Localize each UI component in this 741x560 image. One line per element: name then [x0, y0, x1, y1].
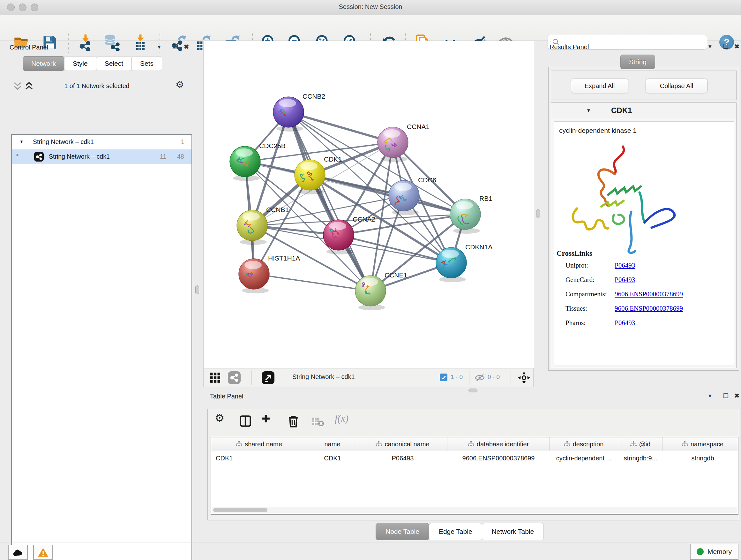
- node-HIST1H1A[interactable]: HIST1H1A: [239, 254, 300, 294]
- memory-button[interactable]: Memory: [690, 544, 738, 560]
- left-splitter-handle[interactable]: [195, 286, 199, 294]
- edge-CCNB2-CCNA1[interactable]: [288, 112, 393, 142]
- show-columns-icon[interactable]: [239, 414, 253, 428]
- node-label-CCNE1: CCNE1: [385, 271, 407, 279]
- crosslinks-list: Uniprot:P06493GeneCard:P06493Compartment…: [563, 261, 729, 333]
- panel-float-icon[interactable]: ❑: [723, 43, 729, 50]
- crosslink-value-link[interactable]: P06493: [615, 261, 635, 269]
- table-row[interactable]: CDK1CDK1P064939606.ENSP00000378699cyclin…: [211, 451, 738, 465]
- warning-button[interactable]: [33, 545, 53, 560]
- expand-collapse-bar: Expand All Collapse All: [551, 71, 737, 100]
- selected-nodes-checkbox[interactable]: [440, 374, 448, 381]
- birds-eye-view-icon[interactable]: [518, 371, 530, 384]
- protein-structure: [563, 142, 685, 257]
- network-view-toolbar: String Network – cdk1 1 - 0 0 - 0: [203, 368, 534, 387]
- grid-view-icon[interactable]: [209, 371, 221, 384]
- network-label: String Network – cdk1: [49, 153, 110, 160]
- tab-string[interactable]: String: [620, 55, 655, 69]
- crosslink-value-link[interactable]: 9606.ENSP00000378699: [615, 290, 683, 298]
- table-cell[interactable]: stringdb:9...: [618, 451, 663, 465]
- delete-table-icon: [311, 414, 325, 428]
- string-network-icon: [34, 152, 44, 162]
- network-canvas[interactable]: CCNB2CCNA1CDC25BCDK1CDC6RB1CCNB1CCNA2CDK…: [203, 41, 534, 368]
- panel-float-icon[interactable]: ❑: [173, 43, 178, 51]
- node-label-CCNB2: CCNB2: [302, 92, 325, 100]
- tab-sets[interactable]: Sets: [131, 56, 162, 71]
- crosslink-value-link[interactable]: P06493: [615, 276, 635, 284]
- column-header-database-identifier[interactable]: database identifier: [448, 437, 549, 451]
- node-CCNB2[interactable]: CCNB2: [273, 92, 325, 132]
- panel-close-icon[interactable]: ✖: [184, 43, 189, 51]
- node-RB1[interactable]: RB1: [450, 195, 492, 234]
- panel-menu-icon[interactable]: ▾: [709, 392, 712, 399]
- table-cell[interactable]: stringdb: [663, 451, 738, 465]
- warning-icon: [37, 547, 49, 557]
- network-view-title: String Network – cdk1: [292, 373, 355, 381]
- network-row-selected[interactable]: ● String Network – cdk1 11 48: [12, 149, 192, 164]
- panel-menu-icon[interactable]: ▾: [709, 43, 712, 50]
- crosslink-label: Uniprot:: [565, 261, 588, 269]
- table-cell[interactable]: CDK1: [211, 451, 307, 465]
- collection-count: 1: [181, 138, 185, 145]
- table-horizontal-scrollbar[interactable]: [212, 507, 737, 513]
- panel-float-icon[interactable]: ❑: [723, 392, 729, 399]
- table-cell[interactable]: CDK1: [307, 451, 358, 465]
- tab-node-table[interactable]: Node Table: [376, 523, 429, 540]
- crosslink-value-link[interactable]: P06493: [615, 319, 635, 327]
- table-settings-gear-icon[interactable]: ⚙: [215, 412, 224, 424]
- network-node-count: 11: [160, 153, 166, 160]
- tab-network-table[interactable]: Network Table: [482, 523, 544, 540]
- hidden-counts: 0 - 0: [488, 374, 500, 381]
- panel-menu-icon[interactable]: ▾: [158, 43, 161, 51]
- node-CDKN1A[interactable]: CDKN1A: [436, 243, 492, 282]
- hidden-eye-icon[interactable]: [474, 373, 485, 382]
- cloud-button[interactable]: [8, 545, 28, 560]
- network-selected-status: 1 of 1 Network selected: [3, 82, 191, 90]
- collection-collapse-icon[interactable]: ▼: [19, 139, 23, 144]
- column-header--id[interactable]: @id: [618, 437, 663, 451]
- string-network-graph[interactable]: CCNB2CCNA1CDC25BCDK1CDC6RB1CCNB1CCNA2CDK…: [204, 41, 534, 368]
- panel-close-icon[interactable]: ✖: [734, 43, 739, 50]
- table-tabs: Node TableEdge TableNetwork Table: [376, 523, 544, 540]
- tab-style[interactable]: Style: [64, 56, 96, 71]
- column-header-namespace[interactable]: namespace: [663, 437, 738, 451]
- column-header-canonical-name[interactable]: canonical name: [358, 437, 448, 451]
- section-title: CDK1: [611, 106, 632, 115]
- selected-counts: 1 - 0: [451, 374, 463, 381]
- add-column-icon[interactable]: ✚: [261, 413, 270, 425]
- control-panel-title: Control Panel: [10, 44, 48, 51]
- edge-HIST1H1A-CCNE1[interactable]: [254, 274, 370, 291]
- crosslink-label: GeneCard:: [565, 276, 595, 284]
- column-header-name[interactable]: name: [307, 437, 358, 451]
- tab-edge-table[interactable]: Edge Table: [429, 523, 482, 540]
- main-toolbar: ?: [0, 15, 741, 41]
- netbar-separator: [469, 370, 469, 385]
- delete-column-trash-icon[interactable]: [286, 414, 300, 428]
- collapse-all-button[interactable]: Collapse All: [646, 78, 708, 93]
- application-window: Session: New Session: [0, 0, 741, 560]
- tab-select[interactable]: Select: [96, 56, 132, 71]
- crosslink-row: Pharos:P06493: [563, 319, 729, 333]
- memory-label: Memory: [708, 548, 732, 556]
- panel-close-icon[interactable]: ✖: [734, 392, 739, 399]
- tab-network[interactable]: Network: [23, 56, 64, 71]
- node-label-RB1: RB1: [479, 195, 492, 202]
- network-view-share-icon[interactable]: [228, 371, 241, 384]
- control-panel: Control Panel ▾ ❑ ✖ NetworkStyleSelectSe…: [3, 41, 191, 533]
- table-cell[interactable]: 9606.ENSP00000378699: [448, 451, 549, 465]
- cdk1-section-header[interactable]: ▼ CDK1: [551, 103, 736, 119]
- section-collapse-icon[interactable]: ▼: [586, 108, 591, 113]
- crosslink-value-link[interactable]: 9606.ENSP00000378699: [615, 305, 683, 313]
- column-header-shared-name[interactable]: shared name: [211, 437, 307, 451]
- network-collection-row[interactable]: ▼ String Network – cdk1 1: [12, 135, 192, 149]
- node-table[interactable]: shared namenamecanonical namedatabase id…: [211, 437, 738, 515]
- scrollbar-thumb[interactable]: [213, 508, 267, 512]
- detach-view-icon[interactable]: [262, 371, 274, 384]
- table-cell[interactable]: P06493: [358, 451, 448, 465]
- column-header-description[interactable]: description: [549, 437, 618, 451]
- node-label-CCNB1: CCNB1: [266, 206, 289, 213]
- table-cell[interactable]: cyclin-dependent ...: [549, 451, 618, 465]
- node-label-CCNA2: CCNA2: [353, 215, 375, 223]
- expand-all-button[interactable]: Expand All: [571, 78, 628, 93]
- network-options-gear-icon[interactable]: ⚙: [176, 79, 184, 90]
